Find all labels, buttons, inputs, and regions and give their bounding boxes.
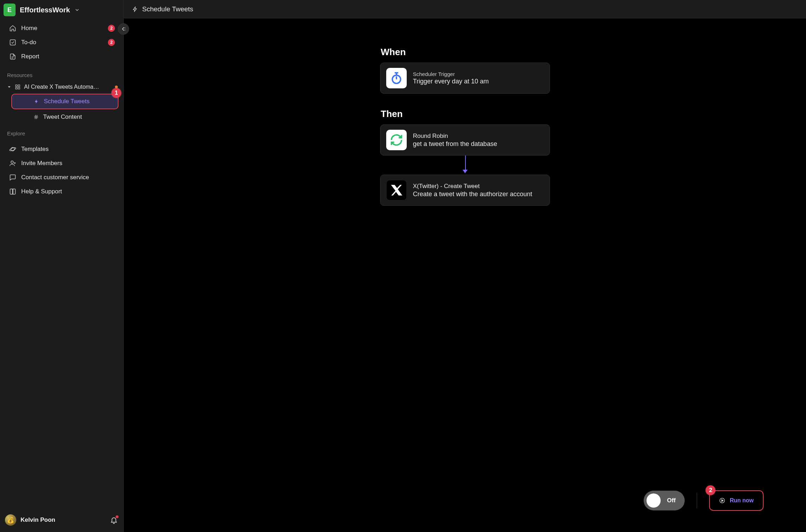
enable-toggle[interactable]: Off: [644, 491, 685, 510]
step-title: X(Twitter) - Create Tweet: [413, 183, 532, 190]
workspace-name: EffortlessWork: [20, 6, 70, 14]
notifications-button[interactable]: [110, 516, 118, 524]
bolt-icon: [132, 6, 138, 12]
nav-report[interactable]: Report: [4, 49, 120, 64]
sidebar: E EffortlessWork Home 2 To-do 2: [0, 0, 124, 532]
svg-line-7: [35, 115, 35, 119]
user-name: Kelvin Poon: [21, 516, 106, 524]
user-avatar[interactable]: 💰: [5, 514, 16, 526]
caret-down-icon: [7, 85, 11, 89]
workspace-logo: E: [4, 4, 16, 16]
then-heading: Then: [381, 109, 550, 119]
svg-rect-3: [16, 87, 17, 89]
nav-help[interactable]: Help & Support: [4, 185, 120, 199]
checkbox-icon: [9, 39, 16, 46]
primary-nav: Home 2 To-do 2 Report: [0, 18, 123, 66]
section-explore: Explore: [0, 125, 123, 139]
resource-schedule-label: Schedule Tweets: [44, 98, 89, 105]
step-round-robin[interactable]: Round Robin get a tweet from the databas…: [380, 124, 550, 156]
nav-invite[interactable]: Invite Members: [4, 156, 120, 170]
nav-contact[interactable]: Contact customer service: [4, 170, 120, 185]
nav-contact-label: Contact customer service: [21, 174, 89, 181]
svg-rect-2: [18, 85, 20, 87]
step-create-tweet[interactable]: X(Twitter) - Create Tweet Create a tweet…: [380, 175, 550, 206]
nav-home-label: Home: [21, 25, 37, 32]
step-subtitle: Create a tweet with the authorizer accou…: [413, 191, 532, 198]
refresh-icon: [386, 130, 407, 150]
bolt-icon: [34, 99, 40, 104]
canvas[interactable]: When Scheduler Trigger Trigger every day…: [124, 18, 806, 532]
nav-todo[interactable]: To-do 2: [4, 35, 120, 49]
grid-icon: [15, 84, 21, 90]
x-logo-icon: [386, 180, 407, 200]
svg-rect-4: [18, 87, 20, 89]
svg-point-11: [11, 161, 13, 163]
chevron-left-icon: [120, 26, 127, 32]
resource-tweet-content[interactable]: Tweet Content: [11, 110, 118, 124]
run-now-label: Run now: [730, 497, 754, 504]
nav-templates[interactable]: Templates: [4, 142, 120, 156]
step-title: Round Robin: [413, 133, 497, 140]
nav-templates-label: Templates: [21, 146, 48, 153]
stopwatch-icon: [386, 68, 407, 88]
nav-help-label: Help & Support: [21, 188, 62, 195]
home-icon: [9, 25, 16, 32]
toggle-label: Off: [667, 497, 676, 504]
nav-todo-label: To-do: [21, 39, 36, 46]
workspace-switcher[interactable]: E EffortlessWork: [0, 0, 123, 18]
resource-tweet-content-label: Tweet Content: [43, 113, 82, 121]
connector-arrow: [380, 156, 550, 175]
notification-dot-icon: [116, 515, 118, 518]
nav-todo-badge: 2: [108, 39, 115, 46]
step-subtitle: get a tweet from the database: [413, 140, 497, 148]
resource-children: Schedule Tweets 1 Tweet Content: [0, 93, 123, 125]
callout-2: 2: [706, 485, 715, 495]
explore-nav: Templates Invite Members Contact custome…: [0, 139, 123, 201]
svg-rect-0: [10, 40, 16, 45]
page-title: Schedule Tweets: [142, 5, 193, 13]
callout-1: 1: [111, 88, 121, 98]
topbar: Schedule Tweets: [124, 0, 806, 18]
sidebar-footer: 💰 Kelvin Poon: [0, 509, 123, 532]
chat-icon: [9, 174, 16, 181]
trigger-subtitle: Trigger every day at 10 am: [413, 78, 489, 85]
trigger-card[interactable]: Scheduler Trigger Trigger every day at 1…: [380, 63, 550, 94]
trigger-title: Scheduler Trigger: [413, 71, 489, 77]
hash-icon: [33, 114, 39, 120]
when-heading: When: [381, 47, 550, 58]
toggle-knob: [646, 493, 661, 508]
collapse-sidebar-button[interactable]: [118, 23, 129, 35]
run-now-button[interactable]: 2 Run now: [709, 490, 764, 511]
svg-line-8: [36, 115, 37, 119]
book-icon: [9, 188, 16, 195]
resource-schedule-tweets[interactable]: Schedule Tweets 1: [11, 94, 118, 109]
divider: [697, 493, 697, 508]
nav-home[interactable]: Home 2: [4, 21, 120, 35]
play-circle-icon: [719, 497, 725, 504]
planet-icon: [9, 146, 16, 153]
section-resources: Resources: [0, 66, 123, 81]
file-icon: [9, 53, 16, 60]
nav-report-label: Report: [21, 53, 39, 60]
svg-rect-1: [16, 85, 17, 87]
main-area: Schedule Tweets When Scheduler Trigger T…: [124, 0, 806, 532]
user-plus-icon: [9, 160, 16, 167]
nav-home-badge: 2: [108, 25, 115, 32]
resource-space[interactable]: AI Create X Tweets Automa…: [0, 81, 123, 93]
nav-invite-label: Invite Members: [21, 160, 62, 167]
resource-name: AI Create X Tweets Automa…: [24, 84, 111, 90]
bottom-controls: Off 2 Run now: [644, 490, 764, 511]
chevron-down-icon: [74, 7, 80, 13]
